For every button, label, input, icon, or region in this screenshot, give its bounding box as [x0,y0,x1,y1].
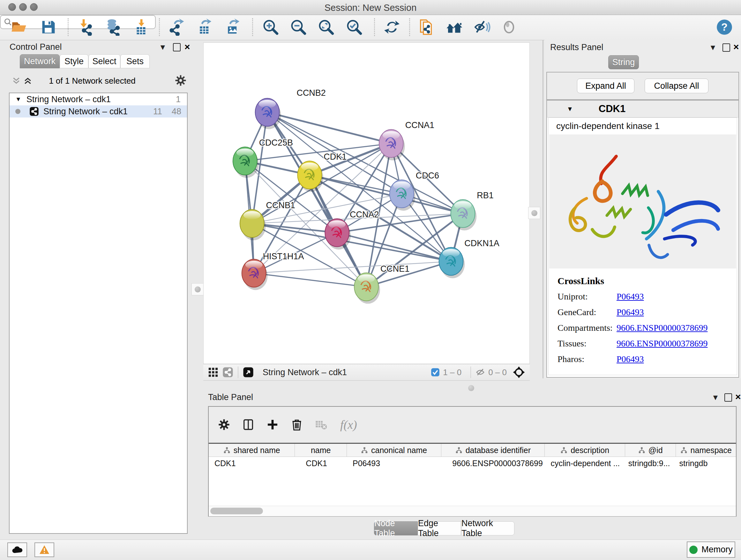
expand-all-button[interactable]: Expand All [577,78,634,93]
collapse-all-networks-icon[interactable] [11,76,21,87]
node-CCNA1[interactable]: CCNA1 [379,120,434,160]
expand-all-networks-icon[interactable] [23,76,32,87]
toolbar-separator [159,18,160,36]
column-header-namespace[interactable]: namespace [676,444,736,456]
results-panel-close-icon[interactable]: × [733,42,739,52]
zoom-out-icon[interactable] [289,17,308,37]
home-icon[interactable] [445,17,464,37]
right-splitter-handle[interactable] [528,207,540,219]
birdseye-view-icon[interactable] [499,17,519,37]
edge-CCNE1-HIST1H1A[interactable] [254,273,366,287]
network-collection-row[interactable]: ▼ String Network – cdk1 1 [10,93,187,105]
tab-network-table[interactable]: Network Table [461,521,515,536]
network-file-icon[interactable] [417,17,436,37]
node-RB1[interactable]: RB1 [451,191,493,231]
table-panel-menu-icon[interactable]: ▼ [712,394,719,401]
node-CDC25B[interactable]: CDC25B [233,138,293,178]
main-toolbar: ? [0,15,741,40]
column-header-name[interactable]: name [295,444,347,456]
cell-shared-name[interactable]: CDK1 [209,459,295,468]
cell-database-identifier[interactable]: 9606.ENSP00000378699 [441,459,545,468]
table-settings-gear-icon[interactable] [218,418,230,431]
node-CCNA2[interactable]: CCNA2 [325,210,379,250]
help-icon[interactable]: ? [715,17,734,37]
warning-button[interactable] [35,543,54,557]
hidden-count-label: 0 – 0 [488,368,507,377]
collection-expand-icon[interactable]: ▼ [15,96,21,103]
tab-sets[interactable]: Sets [120,54,150,68]
tab-string[interactable]: String [608,55,639,69]
table-row[interactable]: CDK1 CDK1 P06493 9606.ENSP00000378699 cy… [209,457,736,470]
export-image-icon[interactable] [223,17,243,37]
open-session-icon[interactable] [10,17,29,37]
column-header-id[interactable]: @id [625,444,676,456]
network-canvas[interactable]: CCNB2CCNA1CDC25BCDK1CDC6RB1CCNB1CCNA2CDK… [203,43,530,364]
export-network-icon[interactable] [167,17,186,37]
network-node-count: 11 [153,107,162,117]
tab-edge-table[interactable]: Edge Table [418,521,461,536]
cell-canonical-name[interactable]: P06493 [347,459,441,468]
node-label-CCNA1: CCNA1 [405,120,434,130]
save-session-icon[interactable] [39,17,58,37]
gear-icon[interactable] [175,75,186,87]
cell-namespace[interactable]: stringdb [676,459,736,468]
node-CCNE1[interactable]: CCNE1 [354,264,409,304]
add-column-icon[interactable] [266,418,279,431]
zoom-selected-icon[interactable] [345,17,364,37]
refresh-icon[interactable] [382,17,401,37]
uniprot-link[interactable]: P06493 [616,292,644,302]
import-network-file-icon[interactable] [77,17,96,37]
node-CDK1[interactable]: CDK1 [297,152,347,192]
collapse-all-button[interactable]: Collapse All [645,78,709,93]
cell-description[interactable]: cyclin-dependent ... [545,459,625,468]
cloud-button[interactable] [7,543,27,557]
node-CDC6[interactable]: CDC6 [390,171,439,211]
column-header-canonical-name[interactable]: canonical name [347,444,441,456]
gene-section-header[interactable]: ▼ CDK1 [547,101,738,118]
selected-checkbox-icon[interactable] [431,368,440,377]
network-row-selected[interactable]: String Network – cdk1 11 48 [10,105,187,118]
table-horizontal-scrollbar[interactable] [209,506,736,516]
results-panel-float-icon[interactable] [723,44,730,52]
export-table-icon[interactable] [195,17,214,37]
hide-graphics-details-icon[interactable] [472,17,491,37]
string-network-graph[interactable]: CCNB2CCNA1CDC25BCDK1CDC6RB1CCNB1CCNA2CDK… [204,43,529,364]
delete-column-icon[interactable] [290,418,303,431]
grid-view-icon[interactable] [208,367,219,378]
zoom-fit-icon[interactable] [317,17,336,37]
compartments-link[interactable]: 9606.ENSP00000378699 [616,323,708,333]
cell-name[interactable]: CDK1 [295,459,347,468]
column-header-shared-name[interactable]: shared name [209,444,295,456]
memory-button[interactable]: Memory [687,542,735,558]
control-panel-menu-icon[interactable]: ▼ [159,44,166,51]
column-header-database-identifier[interactable]: database identifier [441,444,545,456]
table-panel-float-icon[interactable] [724,393,732,401]
network-view-icon[interactable] [222,367,233,378]
scrollbar-thumb[interactable] [210,508,263,514]
node-CCNB2[interactable]: CCNB2 [255,88,326,129]
tab-style[interactable]: Style [60,54,88,68]
left-splitter-handle[interactable] [192,283,204,295]
import-table-file-icon[interactable] [131,17,151,37]
column-header-description[interactable]: description [545,444,625,456]
hidden-eye-icon[interactable] [475,368,485,377]
cell-id[interactable]: stringdb:9... [625,459,676,468]
import-network-database-icon[interactable] [104,17,123,37]
control-panel-float-icon[interactable] [173,43,181,51]
tab-node-table[interactable]: Node Table [374,521,418,536]
results-panel-menu-icon[interactable]: ▼ [709,44,717,51]
control-panel-close-icon[interactable]: × [185,42,190,52]
birdseye-toggle-icon[interactable] [513,366,525,379]
tab-network[interactable]: Network [20,54,60,68]
tab-select[interactable]: Select [88,54,120,68]
zoom-in-icon[interactable] [261,17,280,37]
genecard-link[interactable]: P06493 [616,307,644,317]
tissues-link[interactable]: 9606.ENSP00000378699 [616,338,708,349]
horizontal-splitter-handle[interactable] [468,385,474,391]
node-CDKN1A[interactable]: CDKN1A [439,239,499,278]
gene-collapse-icon[interactable]: ▼ [567,105,573,113]
pharos-link[interactable]: P06493 [616,354,644,364]
detach-view-icon[interactable] [243,367,254,378]
table-panel-close-icon[interactable]: × [735,391,741,402]
show-columns-icon[interactable] [242,418,255,431]
